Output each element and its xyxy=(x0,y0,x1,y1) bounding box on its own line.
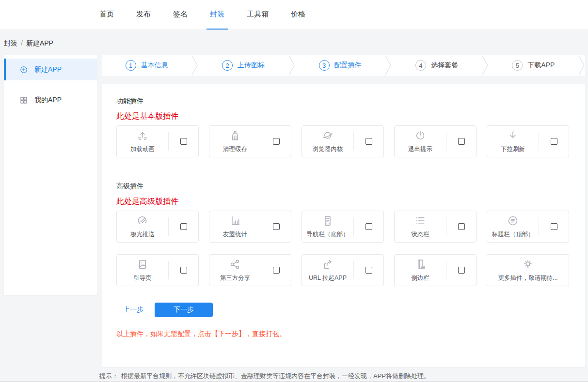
plugin-card-browser-kernel[interactable]: 浏览器内核 xyxy=(302,125,384,157)
plugin-card-status-bar[interactable]: 状态栏 xyxy=(394,211,477,243)
plugin-card-main: 浏览器内核 xyxy=(302,129,353,153)
step-label: 基本信息 xyxy=(141,61,168,70)
plugin-card-label: 状态栏 xyxy=(411,230,429,239)
plugin-checkbox-clear-cache[interactable] xyxy=(273,138,280,145)
nav-item-sign[interactable]: 签名 xyxy=(170,0,191,30)
plugin-section-advanced: 高级插件此处是高级版插件极光推送友盟统计导航栏（底部）状态栏标题栏（顶部）引导页… xyxy=(116,182,571,286)
breadcrumb-current: 新建APP xyxy=(26,39,53,47)
sidebar-plugin-icon xyxy=(414,258,427,273)
sidebar-item-label: 我的APP xyxy=(34,96,62,105)
plugin-checkbox-wrap xyxy=(261,138,291,145)
nav-item-toolbox[interactable]: 工具箱 xyxy=(243,0,272,30)
plugin-card-url-launch-app[interactable]: URL 拉起APP xyxy=(302,254,384,286)
step-number: 1 xyxy=(126,60,136,71)
plugin-card-guide-page[interactable]: 引导页 xyxy=(116,254,199,286)
footer-tip-text: 根据最新平台规则，不允许区块链虚拟币、金融理财类等违规内容在平台封装，一经发现，… xyxy=(121,372,430,380)
clear-cache-icon xyxy=(229,129,241,144)
step-upload-icon[interactable]: 2上传图标 xyxy=(198,55,288,76)
plugin-card-main: 第三方分享 xyxy=(209,258,261,282)
step-chevron-icon xyxy=(482,55,489,76)
plugin-card-clear-cache[interactable]: 清理缓存 xyxy=(209,125,291,157)
prev-step-link[interactable]: 上一步 xyxy=(123,306,143,314)
plugin-card-main: 下拉刷新 xyxy=(487,129,539,153)
plugin-card-pull-refresh[interactable]: 下拉刷新 xyxy=(487,125,569,157)
next-step-button[interactable]: 下一步 xyxy=(155,303,213,317)
plugin-card-jpush[interactable]: 极光推送 xyxy=(116,211,199,243)
plugin-card-label: URL 拉起APP xyxy=(309,274,347,282)
nav-item-package[interactable]: 封装 xyxy=(207,0,228,30)
status-bar-icon xyxy=(414,214,427,229)
breadcrumb-section[interactable]: 封装 xyxy=(4,39,17,47)
circle-plus-icon xyxy=(19,65,28,74)
plugin-card-main: URL 拉起APP xyxy=(302,258,353,282)
plugin-checkbox-guide-page[interactable] xyxy=(180,267,187,274)
plugin-checkbox-loading-animation[interactable] xyxy=(180,138,187,145)
plugin-checkbox-exit-prompt[interactable] xyxy=(458,138,465,145)
plugin-card-label: 浏览器内核 xyxy=(313,145,343,153)
plugin-card-loading-animation[interactable]: 加载动画 xyxy=(116,125,199,157)
step-number: 2 xyxy=(222,60,233,71)
plugin-card-main: 极光推送 xyxy=(117,214,168,239)
step-select-package[interactable]: 4选择套餐 xyxy=(392,55,481,76)
plugin-card-navbar-bottom[interactable]: 导航栏（底部） xyxy=(302,211,384,243)
plugin-card-more-plugins[interactable]: 更多插件，敬请期待... xyxy=(487,254,569,286)
plugin-card-titlebar-top[interactable]: 标题栏（顶部） xyxy=(487,211,569,243)
plugin-checkbox-wrap xyxy=(261,223,291,230)
plugin-card-label: 下拉刷新 xyxy=(501,145,525,153)
plugin-card-label: 侧边栏 xyxy=(411,274,429,282)
top-nav: 首页发布签名封装工具箱价格 xyxy=(0,0,588,30)
step-download-app[interactable]: 5下载APP xyxy=(489,55,578,76)
plugin-card-main: 友盟统计 xyxy=(209,214,261,239)
plugin-card-label: 引导页 xyxy=(133,274,152,282)
more-plugins-icon xyxy=(522,258,534,273)
plugin-card-label: 导航栏（底部） xyxy=(306,230,349,239)
browser-kernel-icon xyxy=(321,129,334,144)
plugin-sections: 功能插件此处是基本版插件加载动画清理缓存浏览器内核退出提示下拉刷新高级插件此处是… xyxy=(116,96,571,286)
plugin-checkbox-url-launch-app[interactable] xyxy=(366,267,372,274)
plugin-checkbox-navbar-bottom[interactable] xyxy=(366,223,372,230)
plugin-card-main: 加载动画 xyxy=(117,129,168,153)
plugin-card-third-party-share[interactable]: 第三方分享 xyxy=(209,254,291,286)
plugin-checkbox-sidebar-plugin[interactable] xyxy=(458,267,465,274)
plugin-checkbox-umeng-stats[interactable] xyxy=(273,223,280,230)
main-column: 1基本信息2上传图标3配置插件4选择套餐5下载APP 功能插件此处是基本版插件加… xyxy=(102,55,585,367)
plugin-checkbox-jpush[interactable] xyxy=(180,223,187,230)
sidebar: 新建APP我的APP xyxy=(4,55,97,295)
nav-item-publish[interactable]: 发布 xyxy=(133,0,154,30)
plugin-checkbox-titlebar-top[interactable] xyxy=(551,223,557,230)
plugin-checkbox-status-bar[interactable] xyxy=(458,223,465,230)
sidebar-item-my-app[interactable]: 我的APP xyxy=(4,89,97,111)
step-configure-plugins[interactable]: 3配置插件 xyxy=(295,55,385,76)
navbar-bottom-icon xyxy=(321,214,334,229)
section-note: 此处是高级版插件 xyxy=(116,196,571,207)
plugin-checkbox-third-party-share[interactable] xyxy=(273,267,280,274)
step-basic-info[interactable]: 1基本信息 xyxy=(102,55,191,76)
plugin-card-label: 标题栏（顶部） xyxy=(492,230,534,239)
plugin-card-label: 友盟统计 xyxy=(223,230,247,239)
exit-prompt-icon xyxy=(414,129,427,144)
plugin-checkbox-browser-kernel[interactable] xyxy=(366,138,372,145)
plugin-card-label: 退出提示 xyxy=(408,145,432,153)
step-number: 3 xyxy=(319,60,330,71)
loading-animation-icon xyxy=(136,129,149,144)
plugin-checkbox-wrap xyxy=(354,223,383,230)
plugin-card-label: 第三方分享 xyxy=(220,274,251,282)
plugin-card-sidebar-plugin[interactable]: 侧边栏 xyxy=(394,254,477,286)
breadcrumb: 封装/新建APP xyxy=(0,30,588,55)
plugin-card-umeng-stats[interactable]: 友盟统计 xyxy=(209,211,291,243)
nav-item-price[interactable]: 价格 xyxy=(287,0,309,30)
footer-tip: 提示：根据最新平台规则，不允许区块链虚拟币、金融理财类等违规内容在平台封装，一经… xyxy=(99,372,588,381)
plugin-card-exit-prompt[interactable]: 退出提示 xyxy=(394,125,477,157)
plugin-checkbox-pull-refresh[interactable] xyxy=(551,138,557,145)
section-note: 此处是基本版插件 xyxy=(116,111,571,122)
nav-item-home[interactable]: 首页 xyxy=(96,0,117,30)
plugin-card-main: 导航栏（底部） xyxy=(302,214,353,239)
plugin-card-label: 加载动画 xyxy=(130,145,155,153)
step-number: 5 xyxy=(512,60,523,71)
step-chevron-icon xyxy=(385,55,392,76)
step-number: 4 xyxy=(415,60,426,71)
sidebar-item-new-app[interactable]: 新建APP xyxy=(4,59,97,80)
plugin-checkbox-wrap xyxy=(354,267,383,274)
plugin-card-main: 更多插件，敬请期待... xyxy=(487,258,569,282)
plugin-card-main: 侧边栏 xyxy=(395,258,446,282)
